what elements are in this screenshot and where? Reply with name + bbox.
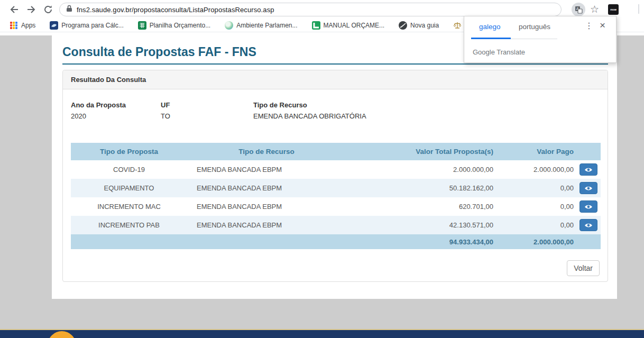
col-tipo-recurso: Tipo de Recurso xyxy=(187,143,346,160)
bookmark-label: MANUAL ORÇAME... xyxy=(324,22,385,29)
footer-navy-bar xyxy=(0,330,644,338)
cell-tipo-recurso: EMENDA BANCADA EBPM xyxy=(187,197,346,216)
apps-grid-icon xyxy=(10,21,18,30)
col-valor-total: Valor Total Proposta(s) xyxy=(346,143,498,160)
spreadsheet-icon xyxy=(138,21,146,30)
cell-valor-total: 50.182.162,00 xyxy=(346,179,498,197)
title-rule xyxy=(62,63,608,65)
bookmark-label: Ambiente Parlamen... xyxy=(236,22,297,29)
cell-valor-pago: 0,00 xyxy=(498,216,576,234)
filter-label: UF xyxy=(161,101,253,109)
filter-uf: UF TO xyxy=(161,101,253,120)
result-panel: Resultado Da Consulta Ano da Proposta 20… xyxy=(62,70,608,282)
table-row: INCREMENTO PAB EMENDA BANCADA EBPM 42.13… xyxy=(71,216,601,234)
col-actions xyxy=(576,143,601,160)
cell-valor-pago: 2.000.000,00 xyxy=(498,160,576,179)
cell-tipo-recurso: EMENDA BANCADA EBPM xyxy=(187,179,346,197)
cell-tipo-proposta: EQUIPAMENTO xyxy=(71,179,187,197)
cell-valor-pago: 0,00 xyxy=(498,179,576,197)
extension-icon[interactable]: nsw xyxy=(608,4,619,15)
back-icon[interactable] xyxy=(8,4,20,15)
table-row: INCREMENTO MAC EMENDA BANCADA EBPM 620.7… xyxy=(71,197,601,216)
bookmark-ambiente[interactable]: Ambiente Parlamen... xyxy=(225,21,297,30)
view-proposal-button[interactable] xyxy=(579,219,597,231)
bookmark-programa[interactable]: Programa para Cálc... xyxy=(50,21,123,30)
filter-label: Tipo de Recurso xyxy=(253,101,366,109)
bookmark-planilha[interactable]: Planilha Orçamento... xyxy=(138,21,210,30)
table-row: COVID-19 EMENDA BANCADA EBPM 2.000.000,0… xyxy=(71,160,601,179)
cell-tipo-proposta: INCREMENTO PAB xyxy=(71,216,187,234)
green-flag-icon xyxy=(312,21,320,30)
google-translate-popup: galego português ⋮ × Google Translate xyxy=(464,16,617,63)
cell-tipo-recurso: EMENDA BANCADA EBPM xyxy=(187,160,346,179)
active-tab-underline xyxy=(471,38,511,39)
view-proposal-button[interactable] xyxy=(579,163,597,176)
col-tipo-proposta: Tipo de Proposta xyxy=(71,143,187,160)
address-bar[interactable]: fns2.saude.gov.br/propostaconsulta/Lista… xyxy=(59,3,562,16)
url-text: fns2.saude.gov.br/propostaconsulta/Lista… xyxy=(77,6,274,14)
bookmark-star-icon[interactable]: ☆ xyxy=(590,3,599,16)
footer-logo-circle xyxy=(48,331,76,338)
translate-tab-portugues[interactable]: português xyxy=(519,23,550,31)
google-translate-label: Google Translate xyxy=(473,48,525,56)
panel-header: Resultado Da Consulta xyxy=(63,70,608,89)
bookmark-apps[interactable]: Apps xyxy=(10,21,35,30)
forward-icon[interactable] xyxy=(25,4,37,15)
button-row: Voltar xyxy=(71,260,600,276)
table-row: EQUIPAMENTO EMENDA BANCADA EBPM 50.182.1… xyxy=(71,179,601,197)
view-proposal-button[interactable] xyxy=(579,182,597,194)
cell-tipo-proposta: COVID-19 xyxy=(71,160,187,179)
cell-tipo-proposta: INCREMENTO MAC xyxy=(71,197,187,216)
page-margin-bottom xyxy=(0,299,644,329)
cell-valor-total: 620.701,00 xyxy=(346,197,498,216)
filter-summary: Ano da Proposta 2020 UF TO Tipo de Recur… xyxy=(71,101,600,120)
cell-total-valor-total: 94.933.434,00 xyxy=(346,234,498,249)
voltar-button[interactable]: Voltar xyxy=(567,260,600,276)
proposals-table: Tipo de Proposta Tipo de Recurso Valor T… xyxy=(71,143,601,249)
translate-icon[interactable]: A xyxy=(572,3,585,16)
view-proposal-button[interactable] xyxy=(579,200,597,213)
globe-icon xyxy=(225,21,233,30)
refresh-icon[interactable] xyxy=(42,4,54,15)
lock-icon xyxy=(66,5,72,14)
page-content: Consulta de Propostas FAF - FNS Resultad… xyxy=(52,35,617,299)
bookmark-label: Programa para Cálc... xyxy=(61,22,123,29)
close-icon[interactable]: × xyxy=(600,20,605,31)
bookmark-label: Planilha Orçamento... xyxy=(150,22,210,29)
bookmark-label: Apps xyxy=(21,22,35,29)
filter-value: TO xyxy=(161,112,253,120)
filter-tipo-recurso: Tipo de Recurso EMENDA BANCADA OBRIGATÓR… xyxy=(253,101,366,120)
bookmark-manual[interactable]: MANUAL ORÇAME... xyxy=(312,21,385,30)
col-valor-pago: Valor Pago xyxy=(498,143,576,160)
navy-app-icon xyxy=(50,21,58,30)
cell-valor-total: 42.130.571,00 xyxy=(346,216,498,234)
filter-ano: Ano da Proposta 2020 xyxy=(71,101,161,120)
filter-value: EMENDA BANCADA OBRIGATÓRIA xyxy=(253,112,366,120)
cell-total-valor-pago: 2.000.000,00 xyxy=(498,234,576,249)
page-margin-right xyxy=(617,35,644,329)
filter-value: 2020 xyxy=(71,112,161,120)
dark-circle-icon xyxy=(399,21,407,30)
web-page: Consulta de Propostas FAF - FNS Resultad… xyxy=(0,32,644,329)
cell-valor-total: 2.000.000,00 xyxy=(346,160,498,179)
site-footer xyxy=(0,329,644,338)
cell-valor-pago: 0,00 xyxy=(498,197,576,216)
filter-label: Ano da Proposta xyxy=(71,101,161,109)
table-header-row: Tipo de Proposta Tipo de Recurso Valor T… xyxy=(71,143,601,160)
bookmark-nova-guia[interactable]: Nova guia xyxy=(399,21,439,30)
toolbar-divider xyxy=(638,4,639,14)
cell-tipo-recurso: EMENDA BANCADA EBPM xyxy=(187,216,346,234)
table-total-row: 94.933.434,00 2.000.000,00 xyxy=(71,234,601,249)
bookmark-label: Nova guia xyxy=(410,22,439,29)
translate-tab-galego[interactable]: galego xyxy=(479,23,501,31)
page-margin-left xyxy=(0,35,52,329)
options-menu-icon[interactable]: ⋮ xyxy=(585,21,593,31)
scales-icon xyxy=(453,21,462,30)
